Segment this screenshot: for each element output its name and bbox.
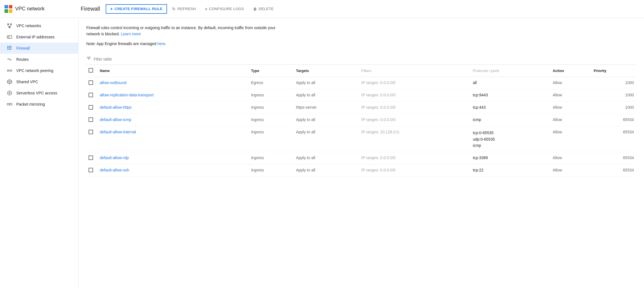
- firewall-rule-name-link[interactable]: default-allow-ssh: [100, 168, 129, 172]
- row-checkbox-box[interactable]: [89, 105, 93, 110]
- row-checkbox-5[interactable]: [86, 152, 98, 164]
- col-header-filters: Filters: [359, 65, 471, 77]
- sidebar-item-packet-mirroring[interactable]: Packet mirroring: [0, 99, 78, 110]
- sidebar-item-external-ip[interactable]: External IP addresses: [0, 31, 78, 43]
- row-targets: Apply to all: [294, 126, 359, 152]
- logo-cell-1: [4, 5, 8, 9]
- logo-grid-icon: [4, 5, 12, 13]
- routes-icon: [7, 57, 12, 62]
- row-checkbox-box[interactable]: [89, 168, 93, 172]
- row-checkbox-box[interactable]: [89, 93, 93, 97]
- row-priority: 65534: [591, 114, 636, 126]
- sidebar-label-vpc-peering: VPC network peering: [16, 68, 53, 73]
- sidebar-item-shared-vpc[interactable]: Shared VPC: [0, 76, 78, 87]
- row-checkbox-1[interactable]: [86, 89, 98, 102]
- row-checkbox-4[interactable]: [86, 126, 98, 152]
- table-header-row: Name Type Targets Filters Protocols / po…: [86, 65, 636, 77]
- sidebar-item-serverless-vpc[interactable]: Serverless VPC access: [0, 87, 78, 99]
- row-protocols: tcp:0-65535udp:0-65535icmp: [471, 126, 550, 152]
- row-checkbox-box[interactable]: [89, 130, 93, 134]
- row-priority: 1000: [591, 102, 636, 114]
- learn-more-link[interactable]: Learn more: [121, 32, 141, 36]
- header: VPC network Firewall + CREATE FIREWALL R…: [0, 0, 644, 18]
- svg-point-17: [7, 70, 9, 71]
- filter-input[interactable]: [94, 57, 150, 61]
- row-name: default-allow-rdp: [98, 152, 249, 164]
- plus-icon: +: [110, 6, 113, 11]
- filter-icon: [86, 56, 91, 62]
- svg-point-18: [10, 70, 12, 71]
- app-title: VPC network: [15, 6, 45, 12]
- row-action: Allow: [550, 114, 591, 126]
- sidebar-label-packet-mirroring: Packet mirroring: [16, 102, 45, 106]
- col-header-protocols: Protocols / ports: [471, 65, 550, 77]
- col-header-action: Action: [550, 65, 591, 77]
- refresh-button[interactable]: ↻ REFRESH: [168, 5, 200, 13]
- row-filters: IP ranges: 0.0.0.0/0: [359, 164, 471, 177]
- sidebar-item-routes[interactable]: Routes: [0, 54, 78, 65]
- row-filters: IP ranges: 10.128.0.0,: [359, 126, 471, 152]
- here-link[interactable]: here: [157, 41, 165, 46]
- row-checkbox-box[interactable]: [89, 117, 93, 122]
- logo-cell-2: [9, 5, 13, 9]
- row-priority: 1000: [591, 77, 636, 89]
- firewall-rule-name-link[interactable]: allow-replication-data-transport: [100, 93, 154, 97]
- row-protocols: tcp:443: [471, 102, 550, 114]
- row-name: default-allow-icmp: [98, 114, 249, 126]
- col-header-priority: Priority: [591, 65, 636, 77]
- configure-logs-label: CONFIGURE LOGS: [209, 7, 244, 11]
- sidebar-label-routes: Routes: [16, 57, 29, 62]
- table-row: default-allow-rdpIngressApply to allIP r…: [86, 152, 636, 164]
- sidebar-item-vpc-peering[interactable]: VPC network peering: [0, 65, 78, 76]
- header-checkbox[interactable]: [89, 68, 93, 73]
- firewall-rule-name-link[interactable]: default-allow-https: [100, 105, 132, 110]
- row-type: Ingress: [249, 164, 294, 177]
- sidebar-item-firewall[interactable]: Firewall: [0, 43, 78, 54]
- row-filters: IP ranges: 0.0.0.0/0: [359, 89, 471, 102]
- configure-logs-icon: ≡: [205, 7, 207, 11]
- sidebar-item-vpc-networks[interactable]: VPC networks: [0, 20, 78, 31]
- network-icon: [7, 23, 12, 29]
- sidebar-label-external-ip: External IP addresses: [16, 35, 55, 39]
- refresh-label: REFRESH: [178, 7, 196, 11]
- firewall-rule-name-link[interactable]: default-allow-rdp: [100, 155, 129, 160]
- firewall-rule-name-link[interactable]: default-allow-icmp: [100, 117, 131, 122]
- row-name: default-allow-internal: [98, 126, 249, 152]
- sidebar-label-serverless-vpc: Serverless VPC access: [16, 91, 57, 95]
- firewall-rule-name-link[interactable]: default-allow-internal: [100, 130, 136, 134]
- row-protocols: tcp:9443: [471, 89, 550, 102]
- svg-rect-2: [9, 27, 10, 28]
- row-targets: Apply to all: [294, 152, 359, 164]
- row-checkbox-3[interactable]: [86, 114, 98, 126]
- row-checkbox-2[interactable]: [86, 102, 98, 114]
- delete-button[interactable]: 🗑 DELETE: [249, 5, 278, 13]
- firewall-rule-name-link[interactable]: allow-outbound: [100, 80, 126, 85]
- description-text: Firewall rules control incoming or outgo…: [86, 25, 277, 37]
- row-name: default-allow-https: [98, 102, 249, 114]
- main-content: Firewall rules control incoming or outgo…: [78, 18, 644, 288]
- row-checkbox-0[interactable]: [86, 77, 98, 89]
- configure-logs-button[interactable]: ≡ CONFIGURE LOGS: [201, 5, 248, 13]
- delete-icon: 🗑: [253, 7, 257, 11]
- sidebar-label-firewall: Firewall: [16, 46, 30, 50]
- packet-icon: [7, 101, 12, 107]
- select-all-checkbox-header[interactable]: [86, 65, 98, 77]
- row-filters: IP ranges: 0.0.0.0/0: [359, 152, 471, 164]
- sidebar-label-vpc-networks: VPC networks: [16, 24, 41, 28]
- row-checkbox-6[interactable]: [86, 164, 98, 177]
- app-logo-area: VPC network: [4, 5, 72, 13]
- create-firewall-rule-button[interactable]: + CREATE FIREWALL RULE: [106, 4, 167, 14]
- logo-cell-3: [4, 9, 8, 13]
- row-type: Ingress: [249, 102, 294, 114]
- svg-rect-15: [11, 46, 11, 50]
- row-type: Egress: [249, 77, 294, 89]
- row-priority: 65534: [591, 126, 636, 152]
- svg-rect-26: [7, 103, 9, 105]
- row-checkbox-box[interactable]: [89, 155, 93, 160]
- table-row: default-allow-sshIngressApply to allIP r…: [86, 164, 636, 177]
- shared-icon: [7, 79, 12, 85]
- serverless-icon: [7, 90, 12, 96]
- row-targets: Apply to all: [294, 77, 359, 89]
- svg-rect-1: [10, 24, 12, 25]
- row-checkbox-box[interactable]: [89, 80, 93, 85]
